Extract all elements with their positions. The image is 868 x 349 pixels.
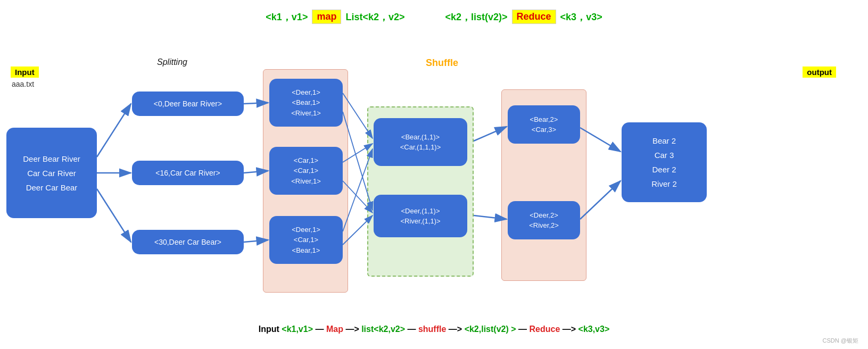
bf-sep3: — bbox=[407, 325, 416, 334]
map-group-1: <Deer,1> <Bear,1> <River,1> bbox=[269, 79, 343, 127]
svg-line-2 bbox=[97, 104, 131, 157]
bf-input: Input bbox=[259, 325, 282, 334]
map-group-2: <Car,1> <Car,1> <River,1> bbox=[269, 147, 343, 195]
bf-k3v3: <k3,v3> bbox=[578, 325, 610, 334]
split-box-3: <30,Deer Car Bear> bbox=[132, 230, 244, 254]
shuffle-group-2: <Deer,(1,1)> <River,(1,1)> bbox=[374, 195, 467, 237]
bottom-formula: Input <k1,v1> — Map —> list<k2,v2> — shu… bbox=[0, 325, 868, 334]
map-badge: map bbox=[312, 10, 341, 24]
bf-k1v1: <k1,v1> bbox=[282, 325, 313, 334]
split-box-1: <0,Deer Bear River> bbox=[132, 92, 244, 116]
bf-sep2: —> bbox=[345, 325, 359, 334]
reduce-group-2: <Deer,2> <River,2> bbox=[508, 201, 580, 239]
bf-sep6: —> bbox=[563, 325, 578, 334]
formula-k1v1: <k1，v1> bbox=[266, 11, 308, 23]
bf-k2listv2: <k2,list(v2) > bbox=[465, 325, 516, 334]
shuffle-group-1: <Bear,(1,1)> <Car,(1,1,1)> bbox=[374, 118, 467, 166]
splitting-label: Splitting bbox=[157, 57, 187, 67]
formula-k2listv2: <k2，list(v2)> bbox=[445, 11, 508, 23]
watermark: CSDN @银矩 bbox=[823, 337, 858, 345]
formula-k3v3: <k3，v3> bbox=[560, 11, 602, 23]
shuffle-label: Shuffle bbox=[426, 57, 458, 69]
bf-sep5: — bbox=[518, 325, 527, 334]
output-badge: output bbox=[803, 67, 836, 78]
input-filename: aaa.txt bbox=[12, 80, 34, 88]
reduce-group-1: <Bear,2> <Car,3> bbox=[508, 105, 580, 144]
reduce-badge: Reduce bbox=[512, 10, 556, 24]
bf-sep4: —> bbox=[449, 325, 462, 334]
formula-listk2v2: List<k2，v2> bbox=[345, 11, 404, 23]
bf-shuffle: shuffle bbox=[418, 325, 446, 334]
output-box: Bear 2 Car 3 Deer 2 River 2 bbox=[622, 122, 707, 202]
bf-reduce: Reduce bbox=[529, 325, 560, 334]
input-badge: Input bbox=[11, 67, 39, 78]
split-box-2: <16,Car Car River> bbox=[132, 161, 244, 185]
main-input-box: Deer Bear River Car Car River Deer Car B… bbox=[6, 128, 97, 218]
bf-listk2v2: list<k2,v2> bbox=[361, 325, 405, 334]
svg-line-4 bbox=[97, 189, 131, 242]
top-formula: <k1，v1> map List<k2，v2> <k2，list(v2)> Re… bbox=[0, 10, 868, 24]
map-group-3: <Deer,1> <Car,1> <Bear,1> bbox=[269, 216, 343, 264]
diagram-container: <k1，v1> map List<k2，v2> <k2，list(v2)> Re… bbox=[0, 0, 868, 349]
bf-map: Map bbox=[326, 325, 343, 334]
bf-sep1: — bbox=[315, 325, 324, 334]
